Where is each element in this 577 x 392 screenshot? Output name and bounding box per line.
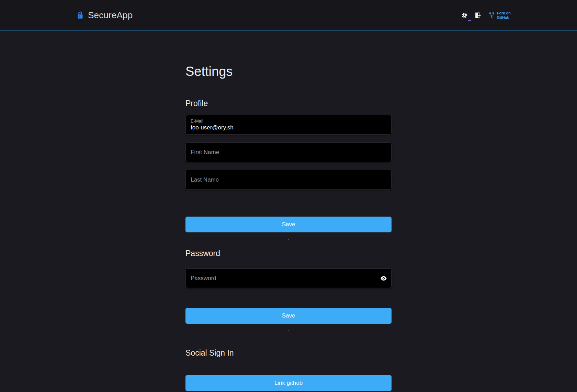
fork-icon bbox=[489, 12, 495, 19]
eye-icon bbox=[381, 276, 387, 281]
save-password-button[interactable]: Save bbox=[185, 308, 392, 324]
save-profile-button[interactable]: Save bbox=[185, 217, 392, 232]
password-message: . bbox=[185, 327, 392, 332]
gear-icon bbox=[461, 12, 468, 19]
profile-heading: Profile bbox=[185, 99, 392, 108]
logout-button[interactable] bbox=[474, 11, 482, 19]
fork-on-github-label: Fork on GitHub bbox=[497, 11, 511, 20]
social-sign-in-heading: Social Sign In bbox=[185, 348, 392, 358]
email-label: E-Mail bbox=[191, 118, 386, 124]
first-name-input[interactable] bbox=[185, 142, 392, 162]
password-input[interactable] bbox=[185, 268, 392, 288]
email-input[interactable] bbox=[191, 124, 386, 131]
password-heading: Password bbox=[185, 249, 392, 258]
settings-page: Settings Profile E-Mail Save . Password … bbox=[185, 64, 392, 391]
brand-name: SecureApp bbox=[88, 10, 133, 21]
text-caret bbox=[468, 20, 471, 21]
profile-message: . bbox=[185, 236, 392, 241]
settings-button[interactable] bbox=[461, 11, 468, 19]
lock-icon bbox=[77, 11, 84, 20]
last-name-field bbox=[185, 170, 392, 189]
password-field bbox=[185, 268, 392, 288]
logout-door-icon bbox=[474, 12, 481, 19]
link-github-button[interactable]: Link github bbox=[185, 375, 392, 391]
first-name-field bbox=[185, 142, 392, 162]
page-title: Settings bbox=[185, 64, 392, 79]
app-header: SecureApp bbox=[0, 0, 577, 31]
fork-on-github-link[interactable]: Fork on GitHub bbox=[489, 11, 511, 20]
brand: SecureApp bbox=[77, 10, 133, 21]
header-actions: Fork on GitHub bbox=[461, 11, 511, 20]
password-visibility-toggle[interactable] bbox=[378, 274, 389, 283]
last-name-input[interactable] bbox=[185, 170, 392, 189]
email-field[interactable]: E-Mail bbox=[185, 115, 392, 135]
